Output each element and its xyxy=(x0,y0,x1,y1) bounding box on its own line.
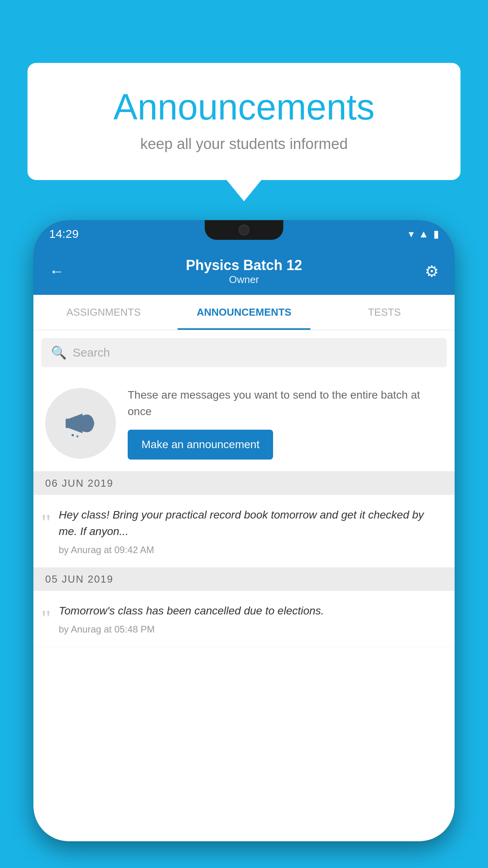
tab-announcements[interactable]: ANNOUNCEMENTS xyxy=(174,295,314,330)
signal-icon: ▲ xyxy=(418,228,429,240)
phone-container: 14:29 ▾ ▲ ▮ ← Physics Batch 12 Owner ⚙ xyxy=(33,220,455,841)
wifi-icon: ▾ xyxy=(409,228,414,240)
tab-assignments[interactable]: ASSIGNMENTS xyxy=(33,295,174,330)
announcement-content-2: Tomorrow's class has been cancelled due … xyxy=(59,603,443,635)
announcement-content-1: Hey class! Bring your practical record b… xyxy=(59,507,443,555)
back-button[interactable]: ← xyxy=(49,263,64,280)
svg-marker-0 xyxy=(69,414,83,433)
announcement-promo: These are messages you want to send to t… xyxy=(33,375,455,472)
megaphone-icon xyxy=(61,404,100,443)
header-title-group: Physics Batch 12 Owner xyxy=(186,257,302,286)
promo-right: These are messages you want to send to t… xyxy=(128,387,443,460)
announcement-meta-1: by Anurag at 09:42 AM xyxy=(59,544,443,555)
speech-bubble: Announcements keep all your students inf… xyxy=(28,63,460,180)
date-separator-2: 05 JUN 2019 xyxy=(33,568,455,591)
announcement-item-1[interactable]: " Hey class! Bring your practical record… xyxy=(33,495,455,568)
date-separator-1: 06 JUN 2019 xyxy=(33,472,455,495)
tab-tests[interactable]: TESTS xyxy=(314,295,455,330)
speech-bubble-tail xyxy=(226,180,262,201)
search-bar[interactable]: 🔍 Search xyxy=(41,338,447,367)
battery-icon: ▮ xyxy=(433,228,439,240)
svg-rect-1 xyxy=(66,419,70,428)
app-header: ← Physics Batch 12 Owner ⚙ xyxy=(33,248,455,295)
content-area: 🔍 Search xyxy=(33,330,455,841)
announcement-text-2: Tomorrow's class has been cancelled due … xyxy=(59,603,443,619)
speech-bubble-container: Announcements keep all your students inf… xyxy=(28,63,460,201)
svg-point-2 xyxy=(72,434,74,436)
batch-name: Physics Batch 12 xyxy=(186,257,302,274)
announcement-text-1: Hey class! Bring your practical record b… xyxy=(59,507,443,540)
search-placeholder-text: Search xyxy=(73,346,110,359)
speech-bubble-title: Announcements xyxy=(59,86,429,128)
quote-icon-2: " xyxy=(41,607,51,635)
announcement-item-2[interactable]: " Tomorrow's class has been cancelled du… xyxy=(33,591,455,647)
front-camera xyxy=(238,224,250,235)
user-role: Owner xyxy=(186,274,302,286)
tabs-container: ASSIGNMENTS ANNOUNCEMENTS TESTS xyxy=(33,295,455,330)
make-announcement-button[interactable]: Make an announcement xyxy=(128,430,273,460)
status-icons: ▾ ▲ ▮ xyxy=(409,228,439,240)
status-time: 14:29 xyxy=(49,227,79,241)
phone-screen: 14:29 ▾ ▲ ▮ ← Physics Batch 12 Owner ⚙ xyxy=(33,220,455,841)
announcement-meta-2: by Anurag at 05:48 PM xyxy=(59,624,443,635)
quote-icon-1: " xyxy=(41,511,51,555)
settings-icon[interactable]: ⚙ xyxy=(425,262,439,280)
promo-icon-circle xyxy=(45,388,116,459)
search-icon: 🔍 xyxy=(51,345,67,360)
svg-point-3 xyxy=(77,435,79,437)
speech-bubble-subtitle: keep all your students informed xyxy=(59,136,429,153)
phone-notch xyxy=(205,220,283,240)
phone-body: 14:29 ▾ ▲ ▮ ← Physics Batch 12 Owner ⚙ xyxy=(33,220,455,841)
promo-description: These are messages you want to send to t… xyxy=(128,387,443,420)
